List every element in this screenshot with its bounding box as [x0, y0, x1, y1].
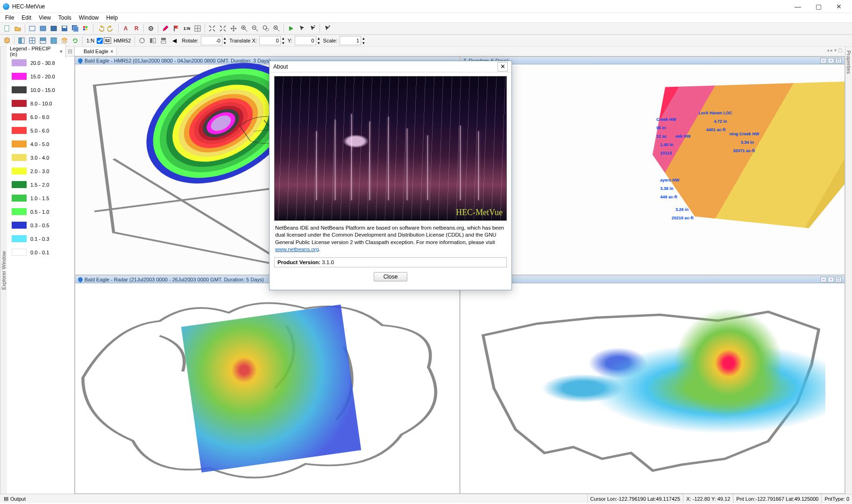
play-icon[interactable]	[286, 23, 296, 34]
tab-menu-icon[interactable]: ▾	[834, 48, 837, 53]
scale-input[interactable]	[340, 36, 361, 45]
refresh-icon[interactable]	[70, 35, 80, 46]
move-icon[interactable]	[228, 23, 239, 34]
gear-icon[interactable]	[146, 23, 156, 34]
about-close-ok-button[interactable]: Close	[374, 272, 408, 281]
open-icon[interactable]	[13, 23, 23, 34]
menu-file[interactable]: File	[2, 14, 17, 22]
pane-minimize-icon[interactable]: –	[820, 58, 827, 63]
layout-1-icon[interactable]	[16, 35, 27, 46]
grid2-icon[interactable]	[38, 23, 48, 34]
legend-range-text: 5.0 - 6.0	[30, 128, 49, 133]
hmr52-checkbox[interactable]	[97, 38, 103, 44]
reset-rotate-icon[interactable]	[137, 35, 147, 46]
pane-radar-map[interactable]	[75, 283, 459, 493]
collapse-icon[interactable]	[218, 23, 228, 34]
grid1-icon[interactable]	[27, 23, 37, 34]
pencil-icon[interactable]	[160, 23, 170, 34]
expand-icon[interactable]	[207, 23, 217, 34]
label-creek-2: 95 in	[656, 126, 666, 130]
menu-window[interactable]: Window	[76, 14, 102, 22]
close-button[interactable]: ✕	[829, 0, 849, 13]
zoom-out-icon[interactable]	[250, 23, 260, 34]
new-icon[interactable]	[2, 23, 12, 34]
label-ayers-3: 449 ac-ft	[660, 195, 677, 199]
flip-v-icon[interactable]	[158, 35, 169, 46]
pane-maximize-icon[interactable]: □	[835, 58, 842, 63]
about-close-button[interactable]: ✕	[497, 62, 508, 71]
label-creek-4: eek HW	[675, 134, 691, 139]
properties-tab[interactable]: Properties	[845, 47, 852, 494]
netbeans-link[interactable]: www.netbeans.org	[275, 246, 319, 252]
flag-icon[interactable]	[171, 23, 181, 34]
palette-icon[interactable]	[81, 23, 91, 34]
translate-y-input[interactable]	[295, 36, 316, 45]
next-tab-icon[interactable]: ▸	[831, 48, 833, 53]
1n-icon[interactable]: 1:N	[182, 23, 192, 34]
hmr52-toggle[interactable]: 52	[97, 37, 111, 44]
grid-plus-icon[interactable]	[192, 23, 203, 34]
pointer-t-icon[interactable]: T	[307, 23, 318, 34]
legend-row: 0.1 - 0.3	[9, 235, 72, 242]
about-title-bar[interactable]: About ✕	[270, 61, 511, 72]
stepper-icon[interactable]: ▴▾	[362, 36, 366, 45]
output-tab[interactable]: ▤ Output	[0, 496, 29, 502]
layers-icon[interactable]	[59, 35, 70, 46]
close-icon[interactable]: ×	[110, 49, 113, 54]
pin-icon[interactable]: ⊟	[66, 48, 74, 55]
pane-restore-icon[interactable]: ▫	[828, 277, 834, 282]
layout-2-icon[interactable]	[27, 35, 37, 46]
menu-tools[interactable]: Tools	[55, 14, 75, 22]
save-icon[interactable]	[59, 23, 70, 34]
minimize-button[interactable]: —	[788, 0, 808, 13]
grid3-icon[interactable]	[49, 23, 59, 34]
zoom-rect-icon[interactable]	[261, 23, 271, 34]
main-area: Explorer Window Legend - PRECIP (in) × ⊟…	[0, 47, 852, 494]
undo-icon[interactable]	[95, 23, 106, 34]
output-label: Output	[10, 496, 26, 502]
menu-help[interactable]: Help	[103, 14, 121, 22]
layout-3-icon[interactable]	[38, 35, 48, 46]
raindrop-icon	[77, 57, 84, 63]
pane-restore-icon[interactable]: ▫	[828, 58, 834, 63]
svg-rect-32	[161, 38, 166, 40]
flip-h-icon[interactable]	[148, 35, 158, 46]
pane-region: T. Duration: 5 Days) – ▫ □ Lock Haven LO…	[461, 57, 845, 274]
pane-usa-title: Days) – ▫ □	[461, 276, 845, 283]
maximize-button[interactable]: ▢	[808, 0, 829, 13]
stepper-icon[interactable]: ▴▾	[317, 36, 321, 45]
stepper-icon[interactable]: ▴▾	[281, 36, 285, 45]
menu-view[interactable]: View	[36, 14, 54, 22]
layout-4-icon[interactable]	[49, 35, 59, 46]
zoom-fit-icon[interactable]	[271, 23, 282, 34]
legend-row: 8.0 - 10.0	[9, 100, 72, 107]
stepper-icon[interactable]: ▴▾	[223, 36, 227, 45]
pane-maximize-icon[interactable]: □	[835, 277, 842, 282]
zoom-in-icon[interactable]	[239, 23, 249, 34]
close-icon[interactable]: ×	[60, 49, 63, 54]
save-all-icon[interactable]	[70, 23, 80, 34]
menu-edit[interactable]: Edit	[18, 14, 35, 22]
maximize-pane-icon[interactable]: ▢	[838, 48, 842, 53]
pointer-plus-icon[interactable]	[322, 23, 332, 34]
prev-tab-icon[interactable]: ◂	[827, 48, 829, 53]
status-cursor: Cursor Lon:-122.796190 Lat:49.117425	[587, 494, 683, 503]
legend-swatch	[12, 222, 27, 229]
r-icon[interactable]: R	[131, 23, 142, 34]
db-icon[interactable]	[2, 35, 12, 46]
legend-range-text: 1.5 - 2.0	[30, 182, 49, 188]
pane-region-map[interactable]: Lock Haven LOC 4.72 in 4401 ac-ft Creek …	[461, 64, 845, 274]
bald-eagle-tab[interactable]: Bald Eagle ×	[75, 48, 117, 55]
pointer-icon[interactable]	[297, 23, 307, 34]
svg-rect-23	[19, 38, 21, 43]
redo-icon[interactable]	[106, 23, 116, 34]
explorer-tab[interactable]: Explorer Window	[0, 47, 7, 494]
rotate-input[interactable]	[201, 36, 222, 45]
a-icon[interactable]: A	[121, 23, 131, 34]
pane-minimize-icon[interactable]: –	[820, 277, 827, 282]
legend-tab[interactable]: Legend - PRECIP (in) ×	[7, 45, 66, 58]
pane-usa-map[interactable]	[461, 283, 845, 493]
translate-x-input[interactable]	[259, 36, 281, 45]
raindrop-icon	[78, 49, 82, 54]
step-prev-icon[interactable]: ◀	[169, 35, 179, 46]
